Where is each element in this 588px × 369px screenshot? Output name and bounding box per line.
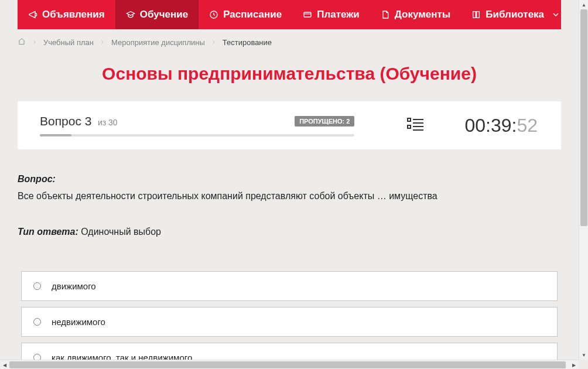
breadcrumb-item[interactable]: Мероприятие дисциплины	[111, 38, 205, 47]
vertical-scrollbar[interactable]: ▲ ▼	[579, 0, 588, 360]
timer-main: 00:39:	[464, 115, 517, 136]
option-radio[interactable]	[33, 282, 41, 290]
question-text: Все объекты деятельности строительных ко…	[18, 189, 561, 203]
question-total: из 30	[98, 118, 118, 127]
chevron-right-icon	[32, 38, 37, 47]
nav-label: Платежи	[317, 9, 360, 20]
scroll-thumb[interactable]	[9, 361, 566, 368]
scroll-corner	[579, 360, 588, 369]
nav-item-schedule[interactable]: Расписание	[199, 0, 292, 29]
nav-label: Объявления	[42, 9, 105, 20]
scroll-up-arrow[interactable]: ▲	[579, 0, 588, 9]
option-item[interactable]: движимого	[21, 271, 558, 301]
question-list-icon[interactable]	[407, 117, 423, 134]
nav-item-documents[interactable]: Документы	[370, 0, 461, 29]
options-list: движимого недвижимого как движимого, так…	[21, 271, 558, 360]
doc-icon	[381, 10, 390, 19]
status-card: Вопрос 3 из 30 ПРОПУЩЕНО: 2 00:39:52	[18, 101, 561, 149]
svg-rect-2	[408, 118, 411, 121]
nav-item-library[interactable]: Библиотека	[461, 0, 571, 29]
timer: 00:39:52	[464, 115, 538, 136]
horizontal-scrollbar[interactable]: ◀ ▶	[0, 360, 579, 369]
option-label: недвижимого	[52, 317, 105, 327]
chevron-right-icon	[211, 38, 217, 47]
clock-icon	[209, 10, 218, 19]
nav-bar: Объявления Обучение Расписание Платежи Д…	[18, 0, 561, 29]
card-icon	[303, 10, 312, 19]
page-title: Основы предпринимательства (Обучение)	[0, 64, 579, 84]
scroll-right-arrow[interactable]: ▶	[569, 360, 579, 369]
question-number: Вопрос 3	[40, 114, 91, 128]
nav-label: Библиотека	[486, 9, 544, 20]
answer-type-label: Тип ответа:	[18, 227, 78, 237]
home-icon[interactable]	[18, 37, 26, 47]
chevron-right-icon	[100, 38, 105, 47]
breadcrumb-item[interactable]: Учебный план	[43, 38, 94, 47]
breadcrumb-current: Тестирование	[223, 38, 272, 47]
megaphone-icon	[28, 10, 37, 19]
svg-rect-1	[304, 12, 311, 17]
option-item[interactable]: как движимого, так и недвижимого	[21, 343, 558, 360]
nav-label: Обучение	[140, 9, 188, 20]
scroll-thumb[interactable]	[580, 9, 587, 226]
option-item[interactable]: недвижимого	[21, 307, 558, 337]
nav-item-education[interactable]: Обучение	[115, 0, 199, 29]
option-label: как движимого, так и недвижимого	[52, 353, 192, 360]
grad-cap-icon	[126, 10, 135, 19]
nav-label: Расписание	[223, 9, 282, 20]
scroll-left-arrow[interactable]: ◀	[0, 360, 9, 369]
timer-seconds: 52	[517, 115, 538, 136]
option-label: движимого	[52, 281, 96, 291]
chevron-down-icon	[551, 10, 560, 19]
option-radio[interactable]	[33, 354, 41, 360]
progress-bar	[40, 134, 354, 136]
scroll-down-arrow[interactable]: ▼	[579, 350, 588, 360]
question-label: Вопрос:	[18, 174, 561, 184]
answer-type-value: Одиночный выбор	[81, 227, 161, 237]
nav-item-payments[interactable]: Платежи	[292, 0, 370, 29]
nav-label: Документы	[395, 9, 451, 20]
svg-rect-3	[408, 125, 411, 128]
book-icon	[471, 10, 481, 19]
skipped-badge: ПРОПУЩЕНО: 2	[295, 116, 354, 127]
breadcrumb: Учебный план Мероприятие дисциплины Тест…	[18, 37, 561, 47]
nav-item-announcements[interactable]: Объявления	[18, 0, 115, 29]
option-radio[interactable]	[33, 318, 41, 326]
